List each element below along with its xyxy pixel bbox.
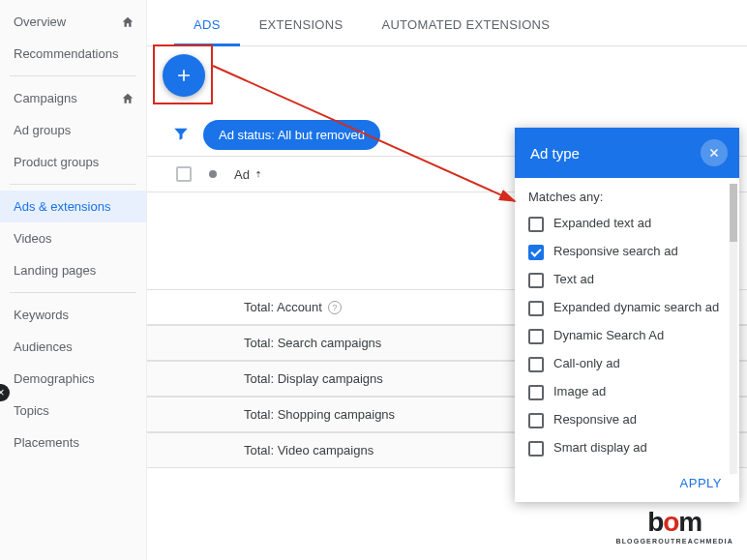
logo-text: bom: [615, 507, 733, 538]
option-label: Dynamic Search Ad: [553, 328, 664, 344]
sidebar-item-landing-pages[interactable]: Landing pages: [0, 254, 146, 286]
sidebar-item-label: Landing pages: [14, 263, 96, 278]
total-label: Total: Video campaigns: [244, 443, 374, 457]
sidebar-item-ads-extensions[interactable]: Ads & extensions: [0, 191, 146, 222]
matches-label: Matches any:: [515, 186, 739, 210]
option-responsive-search-ad[interactable]: Responsive search ad: [515, 238, 739, 266]
tab-extensions[interactable]: EXTENSIONS: [240, 0, 363, 45]
sidebar-item-label: Recommendations: [14, 46, 118, 61]
ad-type-filter-popover: Ad type Matches any: Expanded text ad Re…: [515, 128, 739, 502]
column-label: Ad: [234, 167, 250, 182]
total-label: Total: Account: [244, 300, 322, 314]
home-icon: [121, 15, 134, 29]
close-icon: [707, 146, 721, 160]
sidebar-item-label: Overview: [14, 15, 66, 29]
home-icon: [121, 92, 134, 105]
option-label: Image ad: [553, 384, 606, 400]
sidebar-item-label: Demographics: [14, 371, 95, 386]
total-label: Total: Search campaigns: [244, 336, 381, 350]
option-label: Responsive search ad: [553, 244, 678, 260]
option-label: Smart display ad: [553, 440, 647, 457]
logo-subtext: BLOGGEROUTREACHMEDIA: [615, 538, 733, 545]
sidebar: Overview Recommendations Campaigns Ad gr…: [0, 0, 147, 560]
sidebar-item-videos[interactable]: Videos: [0, 222, 146, 254]
sidebar-item-keywords[interactable]: Keywords: [0, 299, 146, 331]
total-label: Total: Shopping campaigns: [244, 407, 395, 422]
divider: [10, 75, 136, 76]
option-expanded-text-ad[interactable]: Expanded text ad: [515, 210, 739, 238]
close-button[interactable]: [701, 139, 728, 166]
sidebar-item-label: Ads & extensions: [14, 199, 110, 214]
sidebar-item-topics[interactable]: Topics: [0, 395, 146, 427]
divider: [10, 184, 136, 185]
sidebar-item-audiences[interactable]: Audiences: [0, 331, 146, 363]
option-label: Responsive ad: [553, 412, 637, 428]
checkbox[interactable]: [528, 273, 544, 288]
status-dot-icon: [209, 170, 217, 178]
sidebar-item-campaigns[interactable]: Campaigns: [0, 82, 146, 114]
plus-icon: [174, 66, 194, 85]
option-label: Expanded dynamic search ad: [553, 300, 719, 316]
filter-chip-status[interactable]: Ad status: All but removed: [203, 120, 380, 150]
option-label: Expanded text ad: [553, 216, 651, 232]
tabs: ADS EXTENSIONS AUTOMATED EXTENSIONS: [147, 0, 747, 46]
popover-body: Matches any: Expanded text ad Responsive…: [515, 178, 739, 466]
sidebar-item-label: Product groups: [14, 155, 99, 169]
help-icon[interactable]: ?: [328, 301, 342, 314]
checkbox[interactable]: [528, 413, 544, 428]
checkbox[interactable]: [528, 245, 544, 260]
sidebar-item-label: Placements: [14, 435, 79, 450]
option-image-ad[interactable]: Image ad: [515, 378, 739, 406]
option-label: Text ad: [553, 272, 594, 288]
sidebar-item-label: Videos: [14, 231, 52, 246]
option-call-only-ad[interactable]: Call-only ad: [515, 350, 739, 378]
sidebar-item-label: Ad groups: [14, 123, 71, 137]
option-expanded-dynamic-search-ad[interactable]: Expanded dynamic search ad: [515, 294, 739, 322]
checkbox[interactable]: [528, 217, 544, 232]
sidebar-item-demographics[interactable]: Demographics: [0, 363, 146, 395]
option-smart-display-ad[interactable]: Smart display ad: [515, 434, 739, 462]
select-all-checkbox[interactable]: [176, 166, 192, 182]
popover-title: Ad type: [530, 145, 580, 162]
option-dynamic-search-ad[interactable]: Dynamic Search Ad: [515, 322, 739, 350]
popover-footer: APPLY: [515, 466, 739, 502]
checkbox[interactable]: [528, 357, 544, 372]
sidebar-item-label: Audiences: [14, 339, 73, 354]
sidebar-item-label: Keywords: [14, 308, 69, 322]
option-responsive-ad[interactable]: Responsive ad: [515, 406, 739, 434]
checkbox[interactable]: [528, 301, 544, 316]
checkbox[interactable]: [528, 329, 544, 344]
checkbox[interactable]: [528, 441, 544, 457]
create-ad-button[interactable]: [163, 54, 205, 97]
checkbox[interactable]: [528, 385, 544, 400]
sidebar-item-placements[interactable]: Placements: [0, 427, 146, 458]
apply-button[interactable]: APPLY: [680, 476, 722, 490]
option-text-ad[interactable]: Text ad: [515, 266, 739, 294]
popover-header: Ad type: [515, 128, 739, 178]
total-label: Total: Display campaigns: [244, 371, 383, 386]
watermark-logo: bom BLOGGEROUTREACHMEDIA: [615, 507, 733, 545]
sidebar-item-label: Topics: [14, 403, 49, 418]
column-header-ad[interactable]: Ad: [234, 167, 263, 182]
sidebar-item-label: Campaigns: [14, 91, 77, 105]
sidebar-item-overview[interactable]: Overview: [0, 6, 146, 38]
fab-area: [147, 46, 747, 116]
main-content: ADS EXTENSIONS AUTOMATED EXTENSIONS Ad s…: [147, 0, 747, 560]
sidebar-item-ad-groups[interactable]: Ad groups: [0, 114, 146, 146]
sidebar-item-product-groups[interactable]: Product groups: [0, 146, 146, 178]
scrollbar-thumb[interactable]: [730, 184, 737, 242]
option-label: Call-only ad: [553, 356, 620, 372]
filter-icon[interactable]: [168, 121, 194, 149]
tab-automated-extensions[interactable]: AUTOMATED EXTENSIONS: [362, 0, 569, 45]
sort-up-icon: [254, 169, 263, 179]
sidebar-item-recommendations[interactable]: Recommendations: [0, 38, 146, 70]
divider: [10, 292, 136, 293]
tab-ads[interactable]: ADS: [174, 0, 240, 45]
